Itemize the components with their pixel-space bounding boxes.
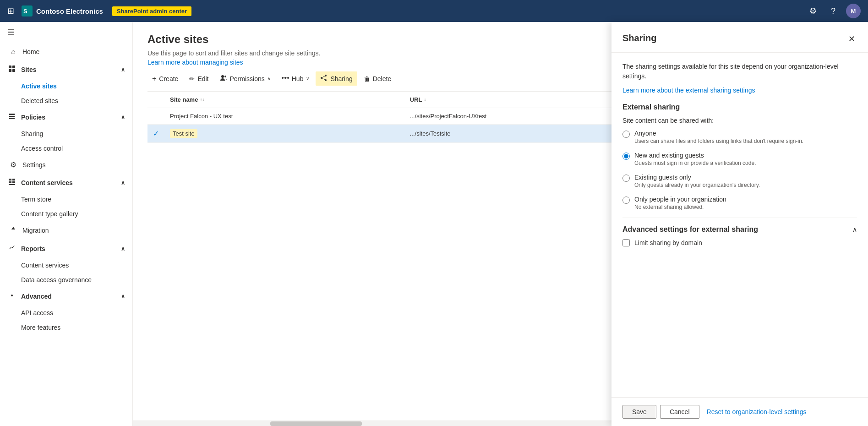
- svg-rect-4: [9, 69, 11, 72]
- sidebar-item-home[interactable]: ⌂ Home: [0, 43, 132, 60]
- sidebar-section-sites[interactable]: Sites ∧: [0, 60, 132, 79]
- svg-rect-7: [9, 116, 15, 117]
- sidebar-section-content-services[interactable]: Content services ∧: [0, 174, 132, 192]
- sharing-button[interactable]: Sharing: [316, 71, 357, 86]
- panel-close-button[interactable]: ✕: [846, 33, 857, 45]
- advanced-settings-section: Advanced settings for external sharing ∧…: [622, 218, 857, 246]
- create-plus-icon: +: [152, 75, 156, 83]
- sidebar-sub-sites: Active sites Deleted sites: [0, 79, 132, 108]
- policies-icon: [7, 113, 16, 122]
- sidebar-item-settings[interactable]: ⚙ Settings: [0, 156, 132, 174]
- learn-more-link[interactable]: Learn more about managing sites: [147, 59, 243, 66]
- sort-url[interactable]: URL ↓: [410, 96, 426, 103]
- settings-icon[interactable]: ⚙: [806, 4, 820, 18]
- sharepoint-logo-icon: S: [22, 5, 33, 16]
- radio-input-new-existing-guests[interactable]: [622, 153, 630, 160]
- svg-point-14: [11, 295, 13, 296]
- reports-chevron-icon: ∧: [121, 246, 125, 252]
- highlighted-site-name: Test site: [170, 129, 197, 138]
- sidebar-sub-reports: Content services Data access governance: [0, 258, 132, 287]
- advanced-chevron-up-icon: ∧: [852, 226, 857, 233]
- delete-label: Delete: [373, 75, 391, 82]
- sort-site-name[interactable]: Site name ↑↓: [170, 96, 204, 103]
- sidebar-item-content-services-report[interactable]: Content services: [21, 258, 132, 273]
- create-button[interactable]: + Create: [147, 72, 183, 86]
- sidebar-item-data-access[interactable]: Data access governance: [21, 273, 132, 287]
- advanced-settings-header[interactable]: Advanced settings for external sharing ∧: [622, 225, 857, 234]
- sidebar-item-label-settings: Settings: [22, 161, 46, 169]
- help-icon[interactable]: ?: [826, 4, 841, 18]
- radio-desc-anyone: Users can share files and folders using …: [634, 138, 803, 144]
- radio-label-anyone: Anyone: [634, 130, 803, 137]
- svg-rect-13: [9, 184, 15, 185]
- sidebar-section-label-reports: Reports: [21, 245, 45, 252]
- svg-point-18: [282, 77, 284, 79]
- cancel-button[interactable]: Cancel: [660, 405, 699, 419]
- svg-point-22: [325, 75, 327, 76]
- panel-body: The sharing settings available for this …: [611, 53, 868, 397]
- sidebar-item-more-features[interactable]: More features: [21, 320, 132, 335]
- hub-button[interactable]: Hub ∨: [277, 71, 314, 86]
- advanced-icon: [7, 292, 16, 301]
- sites-icon: [7, 65, 16, 74]
- svg-rect-8: [9, 118, 15, 119]
- external-sharing-learn-more-link[interactable]: Learn more about the external sharing se…: [622, 87, 755, 94]
- radio-new-existing-guests[interactable]: New and existing guests Guests must sign…: [622, 152, 857, 166]
- user-avatar[interactable]: M: [846, 4, 861, 18]
- sidebar-item-content-type-gallery[interactable]: Content type gallery: [21, 207, 132, 221]
- checkbox-input-limit-domain[interactable]: [622, 239, 630, 246]
- sidebar-item-deleted-sites[interactable]: Deleted sites: [21, 93, 132, 108]
- radio-label-existing-guests: Existing guests only: [634, 174, 760, 181]
- sharing-label: Sharing: [330, 75, 352, 82]
- sidebar-section-label-advanced: Advanced: [21, 293, 52, 300]
- delete-button[interactable]: 🗑 Delete: [359, 72, 396, 85]
- content-services-chevron-icon: ∧: [121, 180, 125, 186]
- sidebar-item-active-sites[interactable]: Active sites: [21, 79, 132, 93]
- sidebar-section-policies[interactable]: Policies ∧: [0, 108, 132, 126]
- sidebar-item-migration[interactable]: Migration: [0, 221, 132, 240]
- panel-title: Sharing: [622, 33, 656, 44]
- row-selected-icon: ✓: [153, 130, 159, 137]
- hub-label: Hub: [292, 75, 304, 82]
- sort-arrows-url: ↓: [424, 97, 426, 102]
- policies-chevron-icon: ∧: [121, 114, 125, 120]
- hub-icon: [282, 74, 289, 83]
- edit-button[interactable]: ✏ Edit: [185, 72, 213, 85]
- home-icon: ⌂: [9, 48, 18, 56]
- reports-icon: [7, 244, 16, 253]
- sidebar: ☰ ⌂ Home Sites ∧ Active sites Deleted si…: [0, 22, 133, 426]
- radio-label-org-only: Only people in your organization: [634, 196, 726, 203]
- sidebar-toggle[interactable]: ☰: [0, 22, 132, 43]
- radio-input-existing-guests[interactable]: [622, 175, 630, 182]
- svg-rect-10: [12, 179, 15, 180]
- radio-desc-new-existing-guests: Guests must sign in or provide a verific…: [634, 160, 756, 166]
- save-button[interactable]: Save: [622, 405, 656, 419]
- external-sharing-title: External sharing: [622, 103, 857, 111]
- radio-input-org-only[interactable]: [622, 197, 630, 204]
- content-services-icon: [7, 178, 16, 187]
- permissions-button[interactable]: Permissions ∨: [215, 71, 275, 86]
- radio-label-new-existing-guests: New and existing guests: [634, 152, 756, 159]
- sidebar-item-term-store[interactable]: Term store: [21, 192, 132, 207]
- radio-anyone[interactable]: Anyone Users can share files and folders…: [622, 130, 857, 144]
- svg-rect-3: [12, 66, 15, 68]
- svg-rect-11: [9, 181, 11, 183]
- sidebar-section-advanced[interactable]: Advanced ∧: [0, 287, 132, 306]
- migration-icon: [9, 226, 18, 235]
- radio-existing-guests[interactable]: Existing guests only Only guests already…: [622, 174, 857, 188]
- sidebar-item-label-home: Home: [22, 48, 39, 55]
- svg-rect-12: [12, 181, 15, 183]
- checkbox-limit-domain[interactable]: Limit sharing by domain: [622, 239, 857, 246]
- sidebar-item-access-control[interactable]: Access control: [21, 141, 132, 156]
- sidebar-item-sharing[interactable]: Sharing: [21, 126, 132, 141]
- cell-site-name-1: Project Falcon - UX test: [164, 108, 404, 125]
- radio-org-only[interactable]: Only people in your organization No exte…: [622, 196, 857, 210]
- svg-line-26: [322, 76, 325, 77]
- reset-button[interactable]: Reset to organization-level settings: [703, 405, 810, 418]
- sharing-icon: [320, 74, 328, 83]
- company-name: Contoso Electronics: [36, 7, 103, 15]
- sidebar-item-api-access[interactable]: API access: [21, 306, 132, 320]
- waffle-icon[interactable]: ⊞: [7, 6, 14, 16]
- sidebar-section-reports[interactable]: Reports ∧: [0, 240, 132, 258]
- radio-input-anyone[interactable]: [622, 131, 630, 138]
